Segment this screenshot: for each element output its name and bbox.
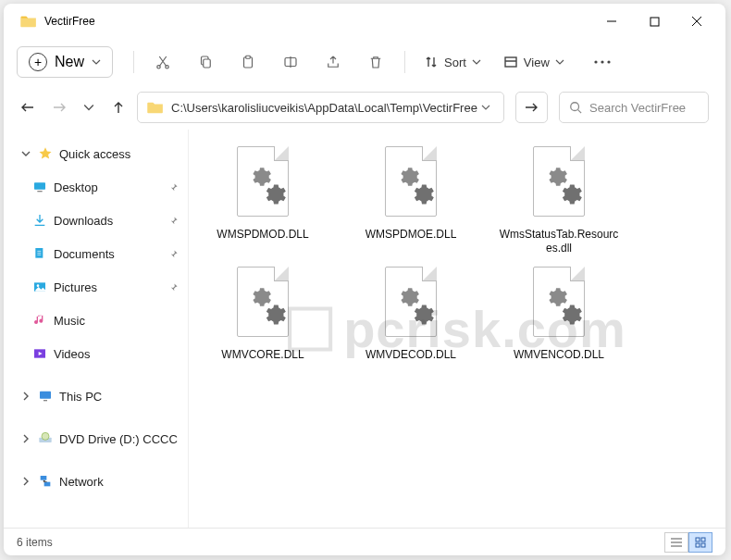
view-icon bbox=[503, 55, 518, 69]
address-path: C:\Users\karolisliucveikis\AppData\Local… bbox=[171, 101, 477, 115]
file-item[interactable]: WMVENCOD.DLL bbox=[494, 265, 624, 362]
sidebar-item-videos[interactable]: Videos bbox=[4, 337, 188, 370]
pc-icon bbox=[37, 388, 54, 404]
icons-view-button[interactable] bbox=[688, 532, 712, 553]
svg-point-17 bbox=[37, 284, 40, 287]
folder-icon bbox=[147, 101, 164, 114]
chevron-down-icon bbox=[555, 57, 564, 67]
chevron-down-icon bbox=[472, 57, 481, 67]
folder-type-icon bbox=[31, 212, 48, 229]
search-placeholder: Search VectirFree bbox=[589, 101, 686, 115]
sidebar-item-documents[interactable]: Documents bbox=[4, 237, 188, 270]
refresh-button[interactable] bbox=[515, 92, 548, 123]
svg-rect-4 bbox=[204, 59, 211, 68]
sidebar-network[interactable]: Network bbox=[4, 465, 188, 498]
svg-rect-23 bbox=[41, 476, 47, 480]
cut-button[interactable] bbox=[143, 45, 182, 79]
paste-button[interactable] bbox=[229, 45, 267, 79]
file-label: WMSPDMOE.DLL bbox=[366, 228, 457, 242]
maximize-button[interactable] bbox=[633, 6, 675, 36]
search-input[interactable]: Search VectirFree bbox=[559, 92, 709, 123]
sort-button[interactable]: Sort bbox=[415, 45, 490, 79]
chevron-right-icon bbox=[20, 434, 31, 443]
file-label: WMVDECOD.DLL bbox=[366, 348, 456, 362]
share-button[interactable] bbox=[314, 45, 353, 79]
svg-rect-19 bbox=[40, 392, 51, 399]
chevron-right-icon bbox=[20, 392, 31, 401]
close-button[interactable] bbox=[675, 6, 718, 36]
folder-icon bbox=[20, 15, 37, 28]
svg-rect-26 bbox=[701, 538, 705, 541]
svg-rect-25 bbox=[696, 538, 700, 541]
file-item[interactable]: WMSPDMOD.DLL bbox=[198, 144, 328, 255]
pin-icon bbox=[168, 216, 179, 226]
network-icon bbox=[37, 473, 54, 490]
svg-rect-27 bbox=[696, 543, 700, 547]
file-label: WMSPDMOD.DLL bbox=[217, 228, 308, 242]
explorer-window: VectirFree + New Sort View bbox=[4, 4, 725, 555]
pin-icon bbox=[168, 282, 179, 292]
file-label: WMVENCOD.DLL bbox=[514, 348, 604, 362]
file-label: WMVCORE.DLL bbox=[221, 348, 304, 362]
file-label: WmsStatusTab.Resources.dll bbox=[499, 228, 619, 255]
recent-button[interactable] bbox=[83, 102, 94, 113]
sidebar-item-label: Music bbox=[54, 314, 85, 328]
sidebar-quick-access[interactable]: Quick access bbox=[4, 137, 188, 170]
dll-file-icon bbox=[374, 265, 448, 344]
svg-point-22 bbox=[42, 432, 49, 440]
svg-point-1 bbox=[157, 66, 160, 68]
new-button[interactable]: + New bbox=[17, 46, 113, 78]
svg-rect-8 bbox=[505, 57, 516, 67]
search-icon bbox=[569, 101, 582, 114]
up-button[interactable] bbox=[111, 100, 126, 115]
svg-point-12 bbox=[571, 103, 579, 111]
svg-rect-0 bbox=[650, 18, 659, 26]
sidebar-item-label: Documents bbox=[54, 247, 115, 261]
sidebar-item-music[interactable]: Music bbox=[4, 304, 188, 337]
sidebar-item-label: Pictures bbox=[54, 280, 97, 294]
dll-file-icon bbox=[374, 144, 448, 224]
dll-file-icon bbox=[522, 265, 596, 344]
file-item[interactable]: WmsStatusTab.Resources.dll bbox=[494, 144, 624, 255]
chevron-down-icon bbox=[92, 57, 101, 67]
titlebar: VectirFree bbox=[4, 4, 725, 39]
chevron-down-icon[interactable] bbox=[477, 103, 494, 112]
svg-point-2 bbox=[166, 66, 168, 68]
svg-point-9 bbox=[594, 60, 597, 63]
rename-button[interactable] bbox=[271, 45, 310, 79]
file-item[interactable]: WMSPDMOE.DLL bbox=[346, 144, 476, 255]
svg-rect-20 bbox=[43, 400, 47, 401]
forward-button[interactable] bbox=[52, 100, 67, 115]
svg-point-11 bbox=[607, 60, 610, 63]
svg-rect-6 bbox=[246, 56, 251, 58]
file-item[interactable]: WMVCORE.DLL bbox=[198, 265, 328, 362]
dll-file-icon bbox=[522, 144, 596, 224]
svg-rect-24 bbox=[44, 482, 51, 487]
new-label: New bbox=[55, 54, 84, 70]
details-view-button[interactable] bbox=[664, 532, 688, 553]
delete-button[interactable] bbox=[356, 45, 395, 79]
sidebar-item-pictures[interactable]: Pictures bbox=[4, 270, 188, 304]
file-item[interactable]: WMVDECOD.DLL bbox=[346, 265, 476, 362]
dll-file-icon bbox=[226, 144, 300, 224]
back-button[interactable] bbox=[20, 100, 35, 115]
minimize-button[interactable] bbox=[590, 6, 633, 36]
dll-file-icon bbox=[226, 265, 300, 344]
address-bar[interactable]: C:\Users\karolisliucveikis\AppData\Local… bbox=[137, 92, 504, 123]
sidebar-item-desktop[interactable]: Desktop bbox=[4, 170, 188, 204]
folder-type-icon bbox=[31, 179, 48, 195]
more-button[interactable] bbox=[583, 45, 622, 79]
window-title: VectirFree bbox=[44, 15, 95, 28]
file-pane[interactable]: WMSPDMOD.DLLWMSPDMOE.DLLWmsStatusTab.Res… bbox=[189, 130, 725, 528]
view-button[interactable]: View bbox=[494, 45, 574, 79]
sidebar-item-downloads[interactable]: Downloads bbox=[4, 204, 188, 237]
item-count: 6 items bbox=[17, 536, 53, 549]
copy-button[interactable] bbox=[186, 45, 225, 79]
pin-icon bbox=[168, 249, 179, 259]
sidebar-dvd-drive[interactable]: DVD Drive (D:) CCCC bbox=[4, 422, 188, 455]
toolbar: + New Sort View bbox=[4, 39, 725, 85]
status-bar: 6 items bbox=[4, 528, 725, 555]
sidebar-this-pc[interactable]: This PC bbox=[4, 380, 188, 413]
folder-type-icon bbox=[31, 245, 48, 262]
sort-icon bbox=[424, 55, 439, 69]
